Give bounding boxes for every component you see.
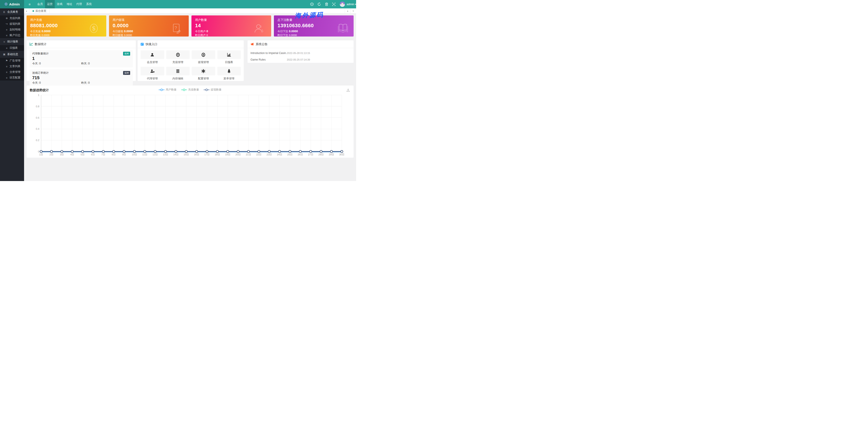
brand-title: Admin <box>9 2 20 6</box>
sidebar-item-label: 日报表 <box>9 46 18 50</box>
svg-text:10日: 10日 <box>132 153 137 156</box>
yesterday-label: 昨天: <box>81 81 87 84</box>
bar-chart-icon <box>227 53 231 57</box>
legend-item-recharge[interactable]: 充值数量 <box>181 88 199 92</box>
legend-label: 用户数量 <box>166 88 177 92</box>
sidebar-item-recharge-list[interactable]: ⊕ 充值列表 <box>0 15 24 21</box>
quick-withdraw-management[interactable]: 提现管理 <box>192 50 215 65</box>
download-chart-icon[interactable] <box>346 88 350 92</box>
sidebar-item-account-log[interactable]: ≡ 账户日志 <box>0 32 24 38</box>
sidebar-item-transfer-detail[interactable]: ≡ 划转明细 <box>0 27 24 32</box>
window-icon <box>141 43 144 46</box>
svg-text:19日: 19日 <box>225 153 230 156</box>
top-navbar: ⚙ Admin ≡ 会员 运营 游戏 地址 代理 系统 admin ▾ <box>0 0 356 8</box>
username[interactable]: admin <box>347 3 354 6</box>
svg-text:14日: 14日 <box>173 153 179 156</box>
chart-title: 数据趋势统计 <box>30 88 49 92</box>
dollar-circle-icon: $ <box>89 23 99 34</box>
sidebar-item-label: 分类管理 <box>9 70 21 74</box>
stat-card-title: 用户充值 <box>30 18 103 22</box>
sidebar-item-ad-management[interactable]: ⚑ 广告管理 <box>0 58 24 64</box>
sidebar-item-label: 基础信息 <box>7 53 18 56</box>
quick-menu-management[interactable]: 菜单管理 <box>217 67 241 81</box>
stat-line-value: 0.0000 <box>41 30 51 33</box>
quick-config-management[interactable]: 配置管理 <box>192 67 215 81</box>
main-content: 用户充值 88081.0000 今日充值0.0000 昨日充值0.0000 $ … <box>24 13 356 181</box>
nav-item-game[interactable]: 游戏 <box>55 0 64 8</box>
sidebar-item-stats-reports[interactable]: ≡ 统计报表 <box>0 38 24 45</box>
tab-bar: ‹ 后台首页 › › <box>24 8 356 13</box>
sidebar-item-member-accounts[interactable]: Ƀ 会员账务 <box>0 8 24 15</box>
svg-text:$: $ <box>92 25 96 32</box>
refresh-icon[interactable] <box>316 0 323 8</box>
sidebar-item-label: 统计报表 <box>7 40 18 43</box>
nav-item-member[interactable]: 会员 <box>35 0 45 8</box>
tab-scroll-left-button[interactable]: ‹ <box>24 8 29 13</box>
hamburger-icon: ≡ <box>29 2 31 6</box>
svg-text:26日: 26日 <box>298 153 303 156</box>
nav-item-address[interactable]: 地址 <box>64 0 74 8</box>
quick-recharge-management[interactable]: 充值管理 <box>166 50 190 65</box>
quick-entry-panel: 快捷入口 会员管理 充值管理 <box>137 40 244 81</box>
tab-scroll-right-button[interactable]: › <box>345 8 350 13</box>
caret-down-icon: ▾ <box>355 3 356 5</box>
stat-line-value: 0.0000 <box>124 34 132 36</box>
svg-text:0.2: 0.2 <box>36 139 39 141</box>
stat-card-title: 用户数量 <box>195 18 268 22</box>
sidebar-submenu: ⚑ 广告管理 ≡ 文章列表 ≡ 分类管理 ≡ 语言配置 <box>0 58 24 80</box>
svg-text:24日: 24日 <box>277 153 282 156</box>
svg-text:1: 1 <box>38 94 39 96</box>
tab-menu-button[interactable]: › <box>350 8 356 13</box>
trash-icon[interactable] <box>323 0 330 8</box>
sidebar-item-category-management[interactable]: ≡ 分类管理 <box>0 69 24 75</box>
svg-text:8日: 8日 <box>112 153 116 156</box>
sidebar-item-daily-report[interactable]: ≡ 日报表 <box>0 45 24 51</box>
sidebar-item-basic-info[interactable]: ▣ 基础信息 <box>0 51 24 58</box>
sidebar-item-withdraw-list[interactable]: ↪ 提现列表 <box>0 21 24 27</box>
announcement-row[interactable]: Game Rules 2022-05-25 07:14:39 <box>248 57 353 63</box>
avatar[interactable] <box>340 2 345 7</box>
tab-home[interactable]: 后台首页 <box>29 8 50 13</box>
legend-item-users[interactable]: 用户数量 <box>159 88 177 92</box>
stat-cards-row: 用户充值 88081.0000 今日充值0.0000 昨日充值0.0000 $ … <box>27 15 353 36</box>
nav-item-operation[interactable]: 运营 <box>45 0 55 8</box>
stat-line-value: 0.0000 <box>124 30 133 33</box>
trend-line-chart[interactable]: 00.20.40.60.811日2日3日4日5日6日7日8日9日10日11日12… <box>27 93 353 157</box>
svg-text:4日: 4日 <box>70 153 74 156</box>
quick-content-edit[interactable]: 内容编辑 <box>166 67 190 81</box>
nav-item-agent[interactable]: 代理 <box>74 0 84 8</box>
navbar-right-controls: admin ▾ <box>308 0 356 8</box>
svg-text:0.8: 0.8 <box>36 105 39 108</box>
svg-text:16日: 16日 <box>194 153 199 156</box>
announcement-title: Introduction to Imperial Casin... <box>250 52 287 55</box>
svg-text:6日: 6日 <box>91 153 95 156</box>
stat-line-label: 今日提现 <box>113 30 123 33</box>
quick-label: 会员管理 <box>141 60 164 64</box>
legend-item-withdraw[interactable]: 提现数量 <box>204 88 222 92</box>
share-icon: ↪ <box>5 23 8 25</box>
nav-item-system[interactable]: 系统 <box>84 0 94 8</box>
brand-logo[interactable]: ⚙ Admin <box>0 0 24 8</box>
sidebar-item-language-config[interactable]: ≡ 语言配置 <box>0 75 24 80</box>
hexagon-icon[interactable] <box>308 0 316 8</box>
panels-row: 数据统计 代理数量统计 实时 1 今天: 0 昨天: 0 游戏订单统 <box>27 40 353 81</box>
chart-legend: 用户数量 充值数量 提现数量 <box>159 88 222 92</box>
announcement-row[interactable]: Introduction to Imperial Casin... 2022-0… <box>248 50 353 56</box>
sidebar-submenu: ≡ 日报表 <box>0 45 24 51</box>
svg-text:23日: 23日 <box>267 153 272 156</box>
svg-text:13日: 13日 <box>163 153 168 156</box>
agent-count-statbox: 代理数量统计 实时 1 今天: 0 昨天: 0 <box>30 50 133 67</box>
quick-member-management[interactable]: 会员管理 <box>141 50 164 65</box>
fullscreen-icon[interactable] <box>330 0 338 8</box>
quick-agent-management[interactable]: 代理管理 <box>141 67 164 81</box>
collapse-sidebar-button[interactable]: ≡ <box>24 0 35 8</box>
sidebar-item-article-list[interactable]: ≡ 文章列表 <box>0 64 24 69</box>
announcement-date: 2022-05-28 01:13:15 <box>287 52 310 55</box>
quick-label: 代理管理 <box>141 77 164 80</box>
user-icon <box>150 53 154 57</box>
quick-daily-report[interactable]: 日报表 <box>217 50 241 65</box>
today-value: 0 <box>39 81 41 84</box>
stat-line-label: 今日用户 <box>195 30 206 33</box>
chevron-right-icon: › <box>347 9 348 13</box>
svg-text:5日: 5日 <box>81 153 85 156</box>
